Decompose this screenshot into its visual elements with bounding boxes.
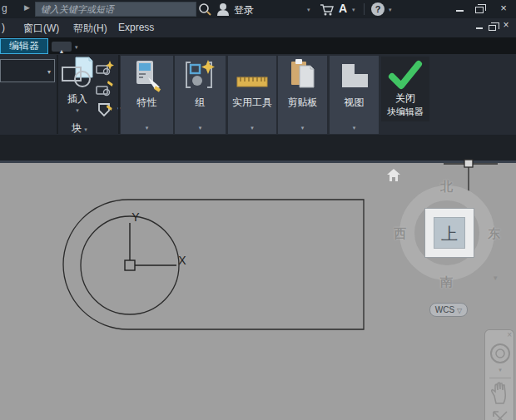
pan-button[interactable] xyxy=(485,382,515,408)
zoom-extents-button[interactable] xyxy=(485,408,515,420)
wcs-caret-icon: ▽ xyxy=(457,307,462,314)
wcs-dropdown[interactable]: WCS ▽ xyxy=(429,303,468,317)
autocad-window: g ▶ 登录 ▾ A ▾ ? ▾ × ) 窗口(W) 帮助(H) Express xyxy=(0,0,516,420)
zoom-extents-icon xyxy=(490,408,510,420)
ucs-x-label: X xyxy=(178,254,186,267)
viewcube-top-face-label[interactable]: 上 xyxy=(434,217,465,249)
ucs-y-label: Y xyxy=(131,210,140,224)
viewcube-menu-caret-icon[interactable]: ▾ xyxy=(494,274,498,282)
grip-square[interactable] xyxy=(464,160,473,167)
navigation-bar: × ▾ xyxy=(484,329,514,420)
ucs-icon: Y X xyxy=(125,210,186,270)
pan-hand-icon xyxy=(489,382,511,405)
steering-wheel-icon xyxy=(489,342,512,365)
viewcube-south[interactable]: 南 xyxy=(440,274,453,290)
viewcube-north[interactable]: 北 xyxy=(440,179,453,195)
viewcube-west[interactable]: 西 xyxy=(394,226,406,242)
viewcube-top-face[interactable]: 上 xyxy=(424,208,474,258)
ucs-origin-square xyxy=(125,260,135,270)
steering-wheel-button[interactable] xyxy=(485,342,515,368)
steering-wheel-caret-icon[interactable]: ▾ xyxy=(485,367,515,373)
viewcube-home-icon[interactable] xyxy=(386,168,401,183)
viewcube-east[interactable]: 东 xyxy=(488,226,500,242)
wcs-label: WCS xyxy=(435,305,454,314)
navbar-separator xyxy=(489,378,511,378)
navbar-close-icon[interactable]: × xyxy=(507,330,512,339)
